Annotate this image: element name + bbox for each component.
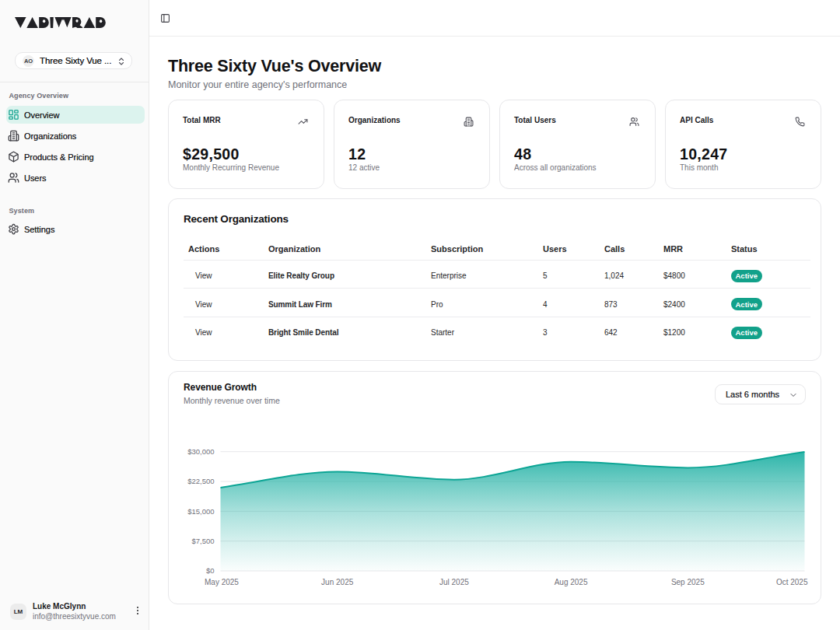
svg-text:$30,000: $30,000 <box>187 447 214 456</box>
svg-text:Aug 2025: Aug 2025 <box>555 578 588 586</box>
svg-text:$22,500: $22,500 <box>187 477 214 485</box>
svg-text:$7,500: $7,500 <box>191 537 214 545</box>
svg-text:Jun 2025: Jun 2025 <box>321 578 354 586</box>
svg-text:$0: $0 <box>206 566 215 575</box>
svg-text:$15,000: $15,000 <box>187 507 214 516</box>
svg-text:Jul 2025: Jul 2025 <box>439 578 469 586</box>
svg-text:Oct 2025: Oct 2025 <box>776 578 808 586</box>
svg-text:Sep 2025: Sep 2025 <box>671 578 705 586</box>
svg-text:May 2025: May 2025 <box>205 578 239 586</box>
